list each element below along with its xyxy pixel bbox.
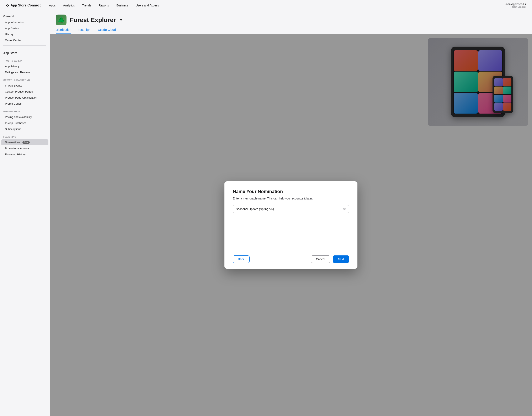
- sidebar-group-general: General: [0, 11, 50, 19]
- nav-business[interactable]: Business: [116, 4, 128, 7]
- top-navigation: ⊹ App Store Connect Apps Analytics Trend…: [0, 0, 532, 11]
- nav-analytics[interactable]: Analytics: [63, 4, 75, 7]
- modal-name-nomination: Name Your Nomination Enter a memorable n…: [224, 181, 357, 269]
- nav-reports[interactable]: Reports: [99, 4, 109, 7]
- sidebar-item-app-review[interactable]: App Review: [0, 25, 50, 31]
- sidebar-item-ratings-reviews[interactable]: Ratings and Reviews: [0, 69, 50, 75]
- modal-title: Name Your Nomination: [233, 189, 349, 194]
- sidebar-item-in-app-events[interactable]: In-App Events: [0, 83, 50, 89]
- nav-apps[interactable]: Apps: [49, 4, 56, 7]
- sidebar-item-product-page-optimization[interactable]: Product Page Optimization: [0, 95, 50, 101]
- modal-footer: Back Cancel Next: [233, 252, 349, 263]
- app-title-bar: 🌲 Forest Explorer ▾ Distribution TestFli…: [50, 11, 532, 34]
- sidebar-item-in-app-purchases[interactable]: In-App Purchases: [0, 120, 50, 126]
- sidebar-item-app-information[interactable]: App Information: [0, 19, 50, 25]
- main-content: Name Your Nomination Enter a memorable n…: [50, 34, 532, 416]
- app-name-chevron-icon[interactable]: ▾: [120, 18, 122, 22]
- app-tabs: Distribution TestFlight Xcode Cloud: [56, 28, 526, 34]
- nav-trends[interactable]: Trends: [82, 4, 91, 7]
- sidebar-section-featuring: Featuring: [0, 132, 50, 139]
- sidebar-section-growth-marketing: Growth & Marketing: [0, 75, 50, 83]
- brand-logo[interactable]: ⊹ App Store Connect: [6, 3, 41, 8]
- tab-xcode-cloud[interactable]: Xcode Cloud: [98, 28, 116, 34]
- nominations-badge: New: [22, 141, 30, 144]
- modal-overlay: Name Your Nomination Enter a memorable n…: [50, 34, 532, 416]
- page-layout: General App Information App Review Histo…: [0, 11, 532, 416]
- app-name: Forest Explorer: [70, 16, 116, 23]
- nav-users-and-access[interactable]: Users and Access: [136, 4, 159, 7]
- tab-distribution[interactable]: Distribution: [56, 28, 71, 34]
- sidebar-item-history[interactable]: History: [0, 31, 50, 37]
- sidebar-item-featuring-history[interactable]: Featuring History: [0, 151, 50, 158]
- nav-links: Apps Analytics Trends Reports Business U…: [49, 4, 505, 7]
- back-button[interactable]: Back: [233, 255, 250, 263]
- sidebar: General App Information App Review Histo…: [0, 11, 50, 416]
- app-store-connect-icon: ⊹: [6, 3, 9, 8]
- user-app: Forest Explorer: [511, 6, 526, 8]
- sidebar-divider-1: [3, 45, 46, 46]
- sidebar-item-pricing-availability[interactable]: Pricing and Availability: [0, 114, 50, 120]
- brand-name: App Store Connect: [11, 4, 41, 7]
- modal-spacer: [233, 213, 349, 252]
- tab-testflight[interactable]: TestFlight: [78, 28, 91, 34]
- sidebar-item-custom-product-pages[interactable]: Custom Product Pages: [0, 89, 50, 95]
- sidebar-item-nominations[interactable]: Nominations New: [1, 139, 48, 145]
- modal-subtitle: Enter a memorable name. This can help yo…: [233, 197, 349, 200]
- user-menu[interactable]: John Appleseed ▾ Forest Explorer: [505, 2, 526, 8]
- sidebar-group-app-store: App Store: [0, 48, 50, 56]
- modal-footer-right: Cancel Next: [311, 255, 349, 263]
- user-name: John Appleseed ▾: [505, 2, 526, 6]
- nomination-name-input[interactable]: [236, 207, 342, 211]
- next-button[interactable]: Next: [333, 255, 349, 263]
- modal-input-wrapper: 32: [233, 205, 349, 213]
- app-title-row: 🌲 Forest Explorer ▾: [56, 15, 526, 25]
- modal-char-count: 32: [343, 208, 346, 211]
- sidebar-item-promo-codes[interactable]: Promo Codes: [0, 101, 50, 107]
- main-area: 🌲 Forest Explorer ▾ Distribution TestFli…: [50, 11, 532, 416]
- sidebar-item-promotional-artwork[interactable]: Promotional Artwork: [0, 145, 50, 151]
- sidebar-item-game-center[interactable]: Game Center: [0, 37, 50, 43]
- sidebar-item-subscriptions[interactable]: Subscriptions: [0, 126, 50, 132]
- app-icon: 🌲: [56, 15, 66, 25]
- cancel-button[interactable]: Cancel: [311, 255, 330, 263]
- sidebar-item-app-privacy[interactable]: App Privacy: [0, 63, 50, 69]
- sidebar-section-monetization: Monetization: [0, 107, 50, 114]
- sidebar-section-trust-safety: Trust & Safety: [0, 56, 50, 63]
